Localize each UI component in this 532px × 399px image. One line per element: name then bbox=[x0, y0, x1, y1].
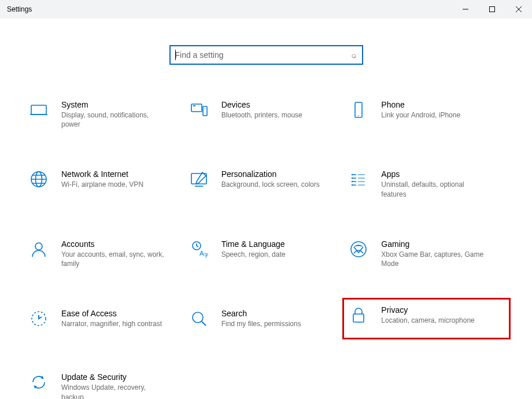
category-title: Network & Internet bbox=[61, 169, 165, 179]
search-box[interactable]: ⌕ bbox=[169, 45, 363, 65]
category-text: PersonalizationBackground, lock screen, … bbox=[221, 169, 340, 189]
category-text: DevicesBluetooth, printers, mouse bbox=[221, 100, 340, 120]
category-text: SearchFind my files, permissions bbox=[221, 309, 340, 328]
ease-of-access-icon bbox=[29, 309, 49, 328]
accounts-icon bbox=[29, 239, 49, 259]
minimize-button[interactable] bbox=[452, 0, 479, 19]
category-subtitle: Wi-Fi, airplane mode, VPN bbox=[61, 180, 165, 189]
category-ease-of-access[interactable]: Ease of AccessNarrator, magnifier, high … bbox=[29, 305, 183, 335]
svg-rect-22 bbox=[490, 7, 495, 12]
titlebar: Settings bbox=[0, 0, 532, 19]
category-subtitle: Find my files, permissions bbox=[221, 319, 325, 328]
category-text: Network & InternetWi-Fi, airplane mode, … bbox=[61, 169, 180, 189]
category-title: Ease of Access bbox=[61, 309, 165, 318]
gaming-icon bbox=[349, 239, 368, 259]
category-text: Time & LanguageSpeech, region, date bbox=[221, 239, 340, 259]
devices-icon bbox=[189, 100, 209, 120]
search-input[interactable] bbox=[175, 50, 349, 60]
category-title: Personalization bbox=[221, 169, 325, 179]
category-subtitle: Display, sound, notifications, power bbox=[61, 110, 165, 129]
close-button[interactable] bbox=[505, 0, 532, 19]
category-subtitle: Uninstall, defaults, optional features bbox=[381, 180, 485, 198]
category-privacy[interactable]: PrivacyLocation, camera, microphone bbox=[346, 302, 507, 335]
network-icon bbox=[29, 169, 49, 189]
search-container: ⌕ bbox=[0, 45, 532, 65]
category-update-security[interactable]: Update & SecurityWindows Update, recover… bbox=[29, 369, 183, 399]
category-text: PhoneLink your Android, iPhone bbox=[381, 100, 500, 120]
category-text: Ease of AccessNarrator, magnifier, high … bbox=[61, 309, 180, 328]
category-title: Gaming bbox=[381, 239, 485, 249]
category-subtitle: Bluetooth, printers, mouse bbox=[221, 110, 325, 120]
time-language-icon bbox=[189, 239, 209, 259]
category-subtitle: Your accounts, email, sync, work, family bbox=[61, 250, 165, 268]
update-security-icon bbox=[29, 372, 49, 392]
category-time-language[interactable]: Time & LanguageSpeech, region, date bbox=[189, 236, 343, 272]
category-title: System bbox=[61, 100, 165, 109]
category-text: PrivacyLocation, camera, microphone bbox=[381, 305, 503, 325]
personalization-icon bbox=[189, 169, 209, 189]
category-subtitle: Link your Android, iPhone bbox=[381, 110, 485, 120]
category-search[interactable]: SearchFind my files, permissions bbox=[189, 305, 343, 335]
window-controls bbox=[452, 0, 532, 19]
category-subtitle: Location, camera, microphone bbox=[381, 316, 488, 325]
category-personalization[interactable]: PersonalizationBackground, lock screen, … bbox=[189, 166, 343, 202]
category-phone[interactable]: PhoneLink your Android, iPhone bbox=[349, 97, 503, 132]
category-gaming[interactable]: GamingXbox Game Bar, captures, Game Mode bbox=[349, 236, 503, 272]
category-accounts[interactable]: AccountsYour accounts, email, sync, work… bbox=[29, 236, 183, 272]
category-subtitle: Narrator, magnifier, high contrast bbox=[61, 319, 165, 328]
category-text: AccountsYour accounts, email, sync, work… bbox=[61, 239, 180, 268]
phone-icon bbox=[349, 100, 368, 120]
category-title: Accounts bbox=[61, 239, 165, 249]
apps-icon bbox=[349, 169, 368, 189]
category-subtitle: Background, lock screen, colors bbox=[221, 180, 325, 189]
category-subtitle: Xbox Game Bar, captures, Game Mode bbox=[381, 250, 485, 268]
category-subtitle: Windows Update, recovery, backup bbox=[61, 383, 165, 399]
category-network[interactable]: Network & InternetWi-Fi, airplane mode, … bbox=[29, 166, 183, 202]
privacy-icon bbox=[349, 305, 368, 325]
category-text: SystemDisplay, sound, notifications, pow… bbox=[61, 100, 180, 129]
category-text: AppsUninstall, defaults, optional featur… bbox=[381, 169, 500, 198]
category-title: Search bbox=[221, 309, 325, 318]
category-subtitle: Speech, region, date bbox=[221, 250, 325, 259]
category-apps[interactable]: AppsUninstall, defaults, optional featur… bbox=[349, 166, 503, 202]
category-title: Update & Security bbox=[61, 372, 165, 382]
category-text: GamingXbox Game Bar, captures, Game Mode bbox=[381, 239, 500, 268]
search-icon: ⌕ bbox=[352, 50, 356, 60]
category-text: Update & SecurityWindows Update, recover… bbox=[61, 372, 180, 399]
category-devices[interactable]: DevicesBluetooth, printers, mouse bbox=[189, 97, 343, 132]
search-icon bbox=[189, 309, 209, 328]
category-title: Time & Language bbox=[221, 239, 325, 249]
category-title: Phone bbox=[381, 100, 485, 109]
settings-grid: SystemDisplay, sound, notifications, pow… bbox=[29, 97, 503, 399]
category-title: Devices bbox=[221, 100, 325, 109]
system-icon bbox=[29, 100, 49, 120]
category-title: Privacy bbox=[381, 305, 488, 315]
category-title: Apps bbox=[381, 169, 485, 179]
category-system[interactable]: SystemDisplay, sound, notifications, pow… bbox=[29, 97, 183, 132]
maximize-button[interactable] bbox=[479, 0, 505, 19]
window-title: Settings bbox=[7, 5, 32, 13]
